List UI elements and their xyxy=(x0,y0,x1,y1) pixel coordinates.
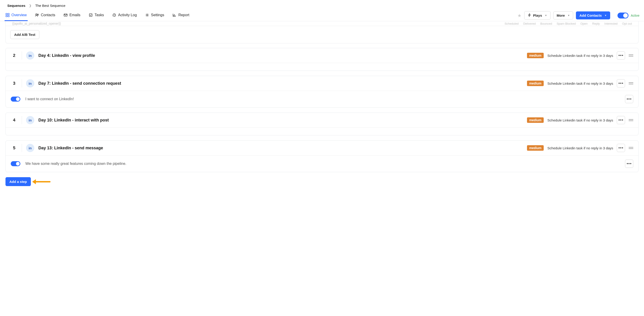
button-label: Add Contacts xyxy=(579,13,602,17)
svg-rect-0 xyxy=(6,13,7,15)
tab-label: Settings xyxy=(151,13,164,17)
tabs: Overview Contacts Emails xyxy=(4,10,190,21)
step-header[interactable]: 2 in Day 4: LinkedIn - view profile medi… xyxy=(6,48,638,63)
step-body-menu-button[interactable]: ••• xyxy=(625,160,633,168)
step-header[interactable]: 3 in Day 7: LinkedIn - send connection r… xyxy=(6,76,638,91)
svg-rect-2 xyxy=(6,15,7,17)
plays-button[interactable]: Plays ▼ xyxy=(524,11,550,20)
tab-tasks[interactable]: Tasks xyxy=(88,10,105,21)
history-icon xyxy=(112,13,116,17)
star-icon[interactable]: ★ xyxy=(518,13,522,18)
drag-handle-icon[interactable] xyxy=(629,54,634,57)
step-header[interactable]: 5 in Day 13: LinkedIn - send message med… xyxy=(6,141,638,155)
step-header[interactable]: 4 in Day 10: LinkedIn - interact with po… xyxy=(6,113,638,127)
add-step-row: Add a step xyxy=(6,177,638,188)
step-menu-button[interactable]: ••• xyxy=(617,116,625,124)
step-card-cutoff: {{apollo_ai_personalized_opener}} Schedu… xyxy=(6,21,638,43)
step-card: 5 in Day 13: LinkedIn - send message med… xyxy=(6,140,638,172)
callout-arrow-icon xyxy=(33,180,53,183)
tab-label: Activity Log xyxy=(118,13,137,17)
tab-activity-log[interactable]: Activity Log xyxy=(111,10,138,21)
button-label: More xyxy=(557,13,565,17)
linkedin-icon: in xyxy=(26,51,34,60)
step-message: We have some really great features comin… xyxy=(25,162,620,166)
active-label: Active xyxy=(631,14,640,17)
step-body: We have some really great features comin… xyxy=(6,155,638,172)
priority-badge: medium xyxy=(527,145,544,151)
step-title: Day 10: LinkedIn - interact with post xyxy=(38,118,523,123)
bolt-icon xyxy=(528,13,531,17)
top-bar: Overview Contacts Emails xyxy=(0,10,644,21)
tab-contacts[interactable]: Contacts xyxy=(34,10,56,21)
step-number: 3 xyxy=(11,81,18,86)
cutoff-stats: Scheduled Delivered Bounced Spam Blocked… xyxy=(504,22,632,25)
step-menu-button[interactable]: ••• xyxy=(617,79,625,87)
drag-handle-icon[interactable] xyxy=(629,82,634,85)
tab-overview[interactable]: Overview xyxy=(4,10,28,21)
linkedin-icon: in xyxy=(26,116,34,124)
svg-rect-3 xyxy=(8,15,9,17)
svg-point-4 xyxy=(36,14,37,15)
tab-label: Overview xyxy=(12,13,27,17)
svg-point-8 xyxy=(146,14,148,16)
step-schedule: Schedule Linkedin task if no reply in 3 … xyxy=(547,146,613,150)
tab-label: Report xyxy=(178,13,189,17)
add-contacts-button[interactable]: Add Contacts ▼ xyxy=(576,11,610,19)
priority-badge: medium xyxy=(527,53,544,58)
toggle-knob xyxy=(623,13,628,18)
contacts-icon xyxy=(35,13,39,17)
step-title: Day 7: LinkedIn - send connection reques… xyxy=(38,81,523,86)
tab-emails[interactable]: Emails xyxy=(62,10,81,21)
svg-rect-1 xyxy=(8,13,9,15)
add-ab-test-button[interactable]: Add A/B Test xyxy=(10,30,39,39)
sequence-active-control: Active xyxy=(618,12,640,18)
step-title: Day 4: LinkedIn - view profile xyxy=(38,53,523,58)
tab-label: Emails xyxy=(70,13,80,17)
tab-label: Tasks xyxy=(94,13,104,17)
caret-down-icon: ▼ xyxy=(545,14,547,17)
step-menu-button[interactable]: ••• xyxy=(617,144,625,152)
breadcrumb: Sequences ❯ The Best Sequence xyxy=(0,0,644,10)
priority-badge: medium xyxy=(527,117,544,123)
step-body-menu-button[interactable]: ••• xyxy=(625,95,633,103)
canvas: {{apollo_ai_personalized_opener}} Schedu… xyxy=(0,21,644,193)
drag-handle-icon[interactable] xyxy=(629,146,634,150)
overview-icon xyxy=(6,13,10,17)
step-message: I want to connect on LinkedIn! xyxy=(25,97,620,101)
linkedin-icon: in xyxy=(26,144,34,152)
step-body-empty xyxy=(6,63,638,70)
gear-icon xyxy=(145,13,149,17)
drag-handle-icon[interactable] xyxy=(629,118,634,122)
svg-point-5 xyxy=(37,14,38,15)
top-actions: ★ Plays ▼ More ▼ Add Contacts ▼ A xyxy=(518,11,640,20)
step-enabled-toggle[interactable] xyxy=(11,97,20,102)
step-number: 4 xyxy=(11,118,18,123)
step-card: 4 in Day 10: LinkedIn - interact with po… xyxy=(6,113,638,135)
add-step-button[interactable]: Add a step xyxy=(6,177,31,186)
step-schedule: Schedule Linkedin task if no reply in 3 … xyxy=(547,81,613,85)
step-body: I want to connect on LinkedIn! ••• xyxy=(6,91,638,107)
active-toggle[interactable] xyxy=(618,12,628,18)
step-card: 2 in Day 4: LinkedIn - view profile medi… xyxy=(6,48,638,71)
tab-settings[interactable]: Settings xyxy=(144,10,165,21)
step-enabled-toggle[interactable] xyxy=(11,161,20,166)
tasks-icon xyxy=(89,13,93,17)
tab-report[interactable]: Report xyxy=(172,10,190,21)
step-body-empty xyxy=(6,127,638,135)
cutoff-left: {{apollo_ai_personalized_opener}} xyxy=(12,22,61,25)
priority-badge: medium xyxy=(527,81,544,86)
step-number: 5 xyxy=(11,145,18,150)
caret-down-icon: ▼ xyxy=(568,14,570,17)
step-number: 2 xyxy=(11,53,18,58)
step-card: 3 in Day 7: LinkedIn - send connection r… xyxy=(6,76,638,108)
step-schedule: Schedule Linkedin task if no reply in 3 … xyxy=(547,118,613,122)
email-icon xyxy=(64,13,68,17)
breadcrumb-current: The Best Sequence xyxy=(35,4,65,7)
caret-down-icon: ▼ xyxy=(604,14,607,17)
more-button[interactable]: More ▼ xyxy=(553,11,574,19)
breadcrumb-root[interactable]: Sequences xyxy=(7,4,25,7)
step-menu-button[interactable]: ••• xyxy=(617,51,625,60)
step-schedule: Schedule Linkedin task if no reply in 3 … xyxy=(547,54,613,57)
tab-label: Contacts xyxy=(41,13,55,17)
button-label: Plays xyxy=(533,13,542,17)
